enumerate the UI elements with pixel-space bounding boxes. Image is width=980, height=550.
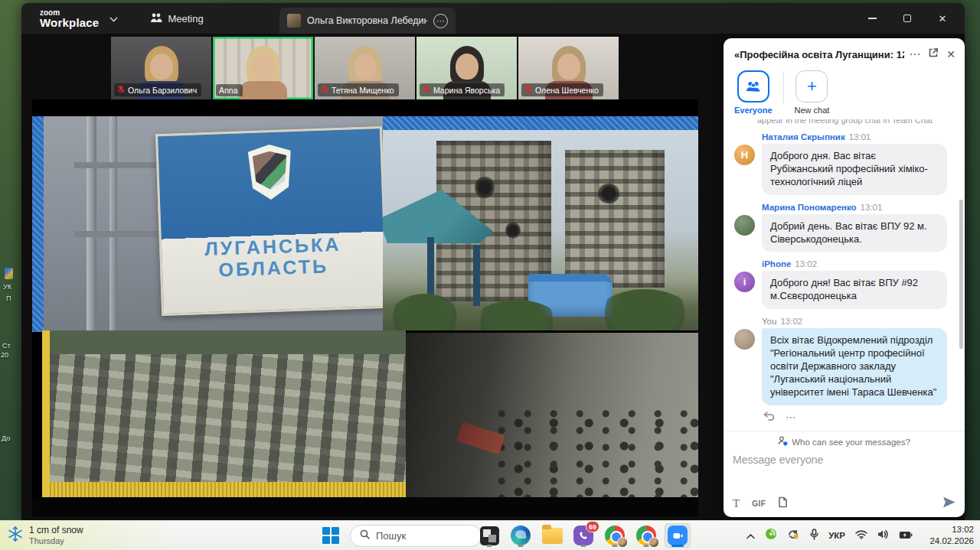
search-icon (360, 529, 370, 542)
volume-icon[interactable] (877, 529, 889, 542)
search-box[interactable]: Пошук (350, 525, 482, 547)
tab-meeting-label: Meeting (168, 13, 203, 24)
app-zoom[interactable] (665, 523, 691, 548)
desktop-icon-label: 20 (1, 351, 8, 359)
app-task-view[interactable] (476, 523, 502, 548)
tray-chevron-up-icon[interactable] (746, 529, 755, 542)
window-controls: ✕ (858, 3, 957, 34)
tray-mic-icon[interactable] (810, 529, 818, 543)
chat-message: Н Наталия Скрыпник13:01 Доброго дня. Вас… (734, 132, 956, 195)
privacy-note[interactable]: Who can see your messages? (733, 436, 956, 447)
start-button[interactable] (318, 523, 344, 548)
desktop-icon-label: УК (3, 283, 11, 291)
slide-image-destroyed-buildings (383, 130, 698, 330)
chevron-down-icon[interactable] (109, 11, 118, 25)
plus-icon: + (795, 70, 828, 103)
chat-message-list[interactable]: appear in the meeting group chat in Team… (724, 119, 965, 431)
avatar (734, 215, 755, 236)
more-options-icon[interactable]: ⋯ (909, 47, 920, 61)
tab-everyone[interactable]: Everyone (734, 70, 773, 115)
attach-file-icon[interactable] (778, 496, 788, 511)
participant-filmstrip: Ольга Барзилович Anna Тетяна Мищенко (111, 37, 619, 99)
tray-time: 13:02 (929, 524, 974, 535)
avatar (287, 14, 301, 28)
chat-tabs: Everyone + New chat (724, 64, 965, 119)
slide-image-ruined-street (406, 333, 698, 497)
maximize-button[interactable] (893, 7, 922, 30)
message-input[interactable]: Message everyone (733, 454, 956, 493)
search-placeholder: Пошук (376, 530, 406, 542)
tray-antivirus-icon[interactable] (765, 528, 777, 543)
participant-tile[interactable]: Ольга Барзилович (111, 37, 211, 99)
chat-message-self: You13:02 Всіх вітає Відокремлений підроз… (734, 317, 956, 423)
chat-scrollbar[interactable] (959, 200, 963, 349)
participant-tile[interactable]: Тетяна Мищенко (315, 37, 415, 99)
desktop-icon-label: Ст (2, 342, 11, 350)
app-edge[interactable] (508, 523, 534, 548)
title-bar: zoom Workplace Meeting Ольга Викторовна … (21, 3, 965, 34)
message-sender: iPhone (762, 259, 791, 268)
participant-tile[interactable]: Anna (213, 37, 313, 99)
chat-header: «Професійна освіта Луганщини: 12 років .… (724, 38, 965, 64)
message-sender: You (762, 317, 776, 326)
participant-name-badge: Олена Шевченко (521, 83, 603, 96)
pop-out-icon[interactable] (928, 47, 939, 61)
participant-tile[interactable]: Олена Шевченко (518, 37, 619, 99)
tab-new-chat[interactable]: + New chat (795, 70, 830, 115)
desktop-icon-label: До (2, 434, 10, 442)
battery-icon[interactable] (899, 529, 913, 542)
viber-badge: 69 (586, 521, 599, 532)
everyone-people-icon (737, 70, 769, 103)
slide-image-luhansk-sign: ЛУГАНСЬКА ОБЛАСТЬ (44, 116, 383, 332)
coat-of-arms (248, 144, 292, 200)
close-icon[interactable]: ✕ (946, 48, 956, 60)
participant-name-badge: Марина Яворська (420, 83, 505, 96)
person-privacy-icon (778, 436, 788, 447)
app-file-explorer[interactable] (539, 523, 565, 548)
format-text-icon[interactable]: T (733, 497, 740, 510)
message-time: 13:02 (780, 317, 802, 326)
mic-muted-icon (117, 85, 125, 95)
chat-title: «Професійна освіта Луганщини: 12 років .… (734, 49, 904, 60)
people-icon (150, 12, 162, 25)
weather-day: Thursday (29, 536, 83, 547)
gif-icon[interactable]: GIF (752, 500, 766, 508)
slide-image-ruined-city-aerial (42, 330, 406, 497)
close-button[interactable]: ✕ (928, 7, 957, 30)
tray-sync-icon[interactable] (787, 529, 800, 543)
desktop: Ст 20 УК П До zoom Workplace Meeting Оль… (0, 0, 980, 550)
clock[interactable]: 13:02 24.02.2026 (929, 524, 974, 547)
mic-muted-icon (524, 85, 532, 95)
message-more-icon[interactable]: ⋯ (786, 411, 796, 423)
reply-icon[interactable] (763, 410, 775, 424)
edge-icon (511, 526, 531, 545)
weather-widget[interactable]: 1 cm of snow Thursday (8, 525, 83, 547)
send-button[interactable] (942, 496, 956, 511)
zoom-workplace-logo: zoom Workplace (40, 9, 99, 28)
participant-tile[interactable]: Марина Яворська (416, 37, 517, 99)
tray-date: 24.02.2026 (929, 535, 974, 547)
message-sender: Марина Пономаренко (762, 203, 857, 212)
chrome-icon (636, 526, 656, 545)
message-bubble: Всіх вітає Відокремлений підрозділ "Регі… (762, 328, 947, 405)
tab-participant-label: Ольга Викторовна Лебединская (307, 15, 427, 26)
avatar: Н (734, 145, 755, 165)
tab-meeting[interactable]: Meeting (150, 12, 203, 25)
message-toolbar: T GIF (733, 496, 956, 511)
tab-participant-window[interactable]: Ольга Викторовна Лебединская ⋯ (279, 8, 456, 34)
language-indicator[interactable]: УКР (828, 531, 845, 540)
message-bubble: Доброго дня. Вас вітає Рубіжанський проф… (762, 144, 947, 195)
desktop-shortcut-icon[interactable] (5, 268, 13, 279)
tab-options-icon[interactable]: ⋯ (433, 14, 448, 28)
app-chrome-1[interactable] (602, 523, 628, 548)
task-view-icon (480, 526, 499, 545)
weather-summary: 1 cm of snow (29, 525, 83, 536)
chat-notice: appear in the meeting group chat in Team… (734, 119, 956, 125)
app-viber[interactable]: 69 (570, 523, 596, 548)
chat-message: Марина Пономаренко13:01 Добрий день. Вас… (734, 203, 956, 252)
app-chrome-2[interactable] (633, 523, 659, 548)
snowflake-icon (8, 526, 23, 545)
wifi-icon[interactable] (855, 529, 867, 542)
shared-screen-slide: ЛУГАНСЬКА ОБЛАСТЬ (32, 99, 698, 517)
minimize-button[interactable] (858, 7, 887, 30)
